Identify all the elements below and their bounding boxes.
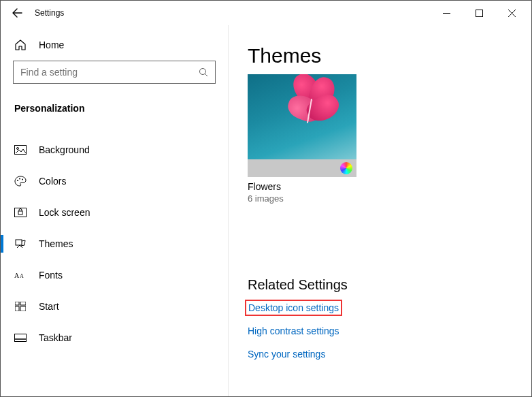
maximize-button[interactable] <box>463 2 495 24</box>
sidebar-item-start[interactable]: Start <box>13 291 216 322</box>
link-desktop-icon-settings[interactable]: Desktop icon settings <box>248 302 339 313</box>
svg-rect-7 <box>15 208 27 217</box>
svg-point-6 <box>22 179 23 180</box>
search-icon <box>199 67 208 77</box>
svg-rect-15 <box>20 306 26 311</box>
theme-colorbar <box>248 159 356 177</box>
svg-point-1 <box>200 69 206 75</box>
link-sync-your-settings[interactable]: Sync your settings <box>248 349 325 360</box>
titlebar: Settings <box>1 1 531 25</box>
back-button[interactable] <box>5 1 29 25</box>
sidebar-item-label: Colors <box>39 176 66 187</box>
maximize-icon <box>476 10 483 17</box>
nav-home-label: Home <box>39 39 64 50</box>
svg-rect-17 <box>15 339 27 342</box>
sidebar-item-themes[interactable]: Themes <box>13 228 216 259</box>
search-input[interactable] <box>20 67 199 78</box>
close-icon <box>508 10 516 17</box>
sidebar-item-label: Taskbar <box>39 332 72 343</box>
minimize-button[interactable] <box>431 2 462 24</box>
svg-point-5 <box>19 178 20 180</box>
sidebar-item-label: Lock screen <box>39 207 90 218</box>
svg-rect-12 <box>15 302 19 305</box>
start-icon <box>14 302 27 311</box>
section-label: Personalization <box>13 103 216 114</box>
theme-subtitle: 6 images <box>248 193 356 204</box>
arrow-left-icon <box>12 7 22 18</box>
svg-rect-13 <box>20 302 26 305</box>
picture-icon <box>14 145 27 155</box>
svg-rect-9 <box>16 240 22 245</box>
sidebar-item-label: Themes <box>39 238 73 249</box>
search-box[interactable] <box>13 61 216 84</box>
svg-point-4 <box>17 180 18 181</box>
svg-rect-8 <box>18 211 22 215</box>
svg-rect-0 <box>476 10 482 16</box>
window-controls <box>431 2 527 24</box>
svg-text:A: A <box>20 274 24 280</box>
palette-icon <box>14 176 27 187</box>
theme-thumbnail <box>248 74 356 159</box>
svg-rect-14 <box>15 306 19 311</box>
main-content: Themes Flowers 6 images Related Settings… <box>229 25 531 396</box>
nav-list: Background Colors Lock screen Themes <box>13 134 216 353</box>
sidebar: Home Personalization Background Colors <box>1 25 229 396</box>
svg-point-3 <box>17 148 19 150</box>
sidebar-item-colors[interactable]: Colors <box>13 165 216 197</box>
home-icon <box>14 39 27 51</box>
taskbar-icon <box>14 334 27 342</box>
sidebar-item-taskbar[interactable]: Taskbar <box>13 322 216 353</box>
theme-card[interactable]: Flowers 6 images <box>248 74 356 204</box>
sidebar-item-lockscreen[interactable]: Lock screen <box>13 197 216 228</box>
sidebar-item-background[interactable]: Background <box>13 134 216 165</box>
nav-home[interactable]: Home <box>13 33 216 61</box>
link-high-contrast-settings[interactable]: High contrast settings <box>248 325 339 336</box>
sidebar-item-label: Start <box>39 301 59 312</box>
sidebar-item-label: Fonts <box>39 270 63 281</box>
page-title: Themes <box>248 44 531 67</box>
fonts-icon: AA <box>14 270 27 280</box>
themes-icon <box>14 238 27 249</box>
colorwheel-icon <box>340 162 352 174</box>
related-settings-title: Related Settings <box>248 277 531 293</box>
sidebar-item-fonts[interactable]: AA Fonts <box>13 259 216 291</box>
theme-name: Flowers <box>248 181 356 192</box>
app-title: Settings <box>35 8 64 18</box>
lockscreen-icon <box>14 208 27 217</box>
sidebar-item-label: Background <box>39 144 90 155</box>
svg-text:A: A <box>14 272 20 280</box>
close-button[interactable] <box>496 2 527 24</box>
minimize-icon <box>443 10 450 17</box>
